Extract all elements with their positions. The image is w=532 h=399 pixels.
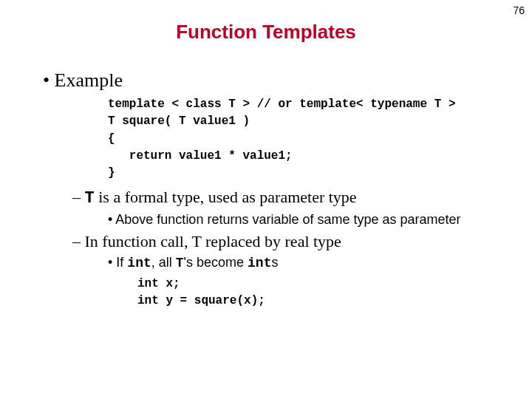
sub2-part-a: If: [116, 255, 127, 270]
inline-code-int2: int: [248, 256, 271, 270]
inline-code-int1: int: [127, 256, 151, 270]
sub2-part-e: 's become: [184, 255, 248, 270]
slide-content: Example template < class T > // or templ…: [43, 69, 517, 310]
bullet-example: Example: [43, 69, 517, 92]
code-block-usage: int x; int y = square(x);: [137, 276, 517, 310]
dash-formal-type-text: is a formal type, used as parameter type: [95, 188, 357, 206]
slide-title: Function Templates: [0, 21, 532, 44]
dash-function-call: In function call, T replaced by real typ…: [72, 232, 517, 251]
page-number: 76: [513, 4, 525, 16]
sub2-part-g: s: [271, 255, 278, 270]
dash-formal-type: T is a formal type, used as parameter ty…: [72, 188, 517, 208]
inline-code-T: T: [85, 189, 95, 208]
inline-code-T2: T: [176, 256, 184, 270]
sub-bullet-if-int: If int, all T's become ints: [108, 255, 517, 272]
sub2-part-c: , all: [151, 255, 176, 270]
sub-bullet-returns: Above function returns variable of same …: [108, 212, 517, 228]
code-block-template: template < class T > // or template< typ…: [108, 96, 517, 182]
